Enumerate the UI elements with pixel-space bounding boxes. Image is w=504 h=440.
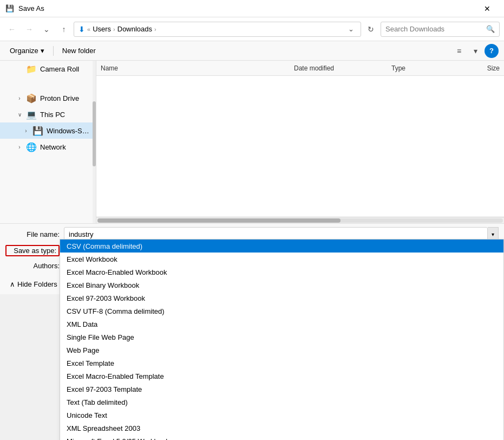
filename-label: File name: bbox=[5, 230, 60, 238]
new-folder-button[interactable]: New folder bbox=[58, 44, 100, 58]
savetype-dropdown[interactable]: CSV (Comma delimited) Excel Workbook Exc… bbox=[60, 239, 504, 440]
folder-icon: 📁 bbox=[26, 64, 37, 74]
toolbar-right: ≡ ▾ ? bbox=[452, 44, 499, 58]
bottom-panel: File name: ▾ Save as type: CSV (Comma de… bbox=[0, 223, 504, 294]
scrollbar-thumb bbox=[97, 218, 341, 223]
horizontal-scrollbar[interactable] bbox=[96, 217, 504, 223]
dropdown-item-excel-template[interactable]: Excel Template bbox=[60, 357, 503, 370]
sidebar: 📁 Camera Roll › 📦 Proton Drive ∨ 💻 This … bbox=[0, 61, 96, 223]
dropdown-item-web-page[interactable]: Web Page bbox=[60, 344, 503, 357]
breadcrumb-arrow2: › bbox=[154, 26, 156, 33]
column-name[interactable]: Name bbox=[101, 64, 294, 72]
file-area: Name Date modified Type Size bbox=[96, 61, 504, 223]
chevron-right-icon: › bbox=[16, 95, 23, 101]
sidebar-spacer bbox=[0, 77, 96, 90]
window-icon: 💾 bbox=[5, 4, 14, 13]
savetype-label: Save as type: bbox=[5, 245, 60, 256]
new-folder-label: New folder bbox=[62, 47, 96, 55]
breadcrumb[interactable]: ⬇ « Users › Downloads › ⌄ bbox=[74, 22, 361, 37]
back-button[interactable]: ← bbox=[4, 22, 19, 37]
toolbar-separator bbox=[53, 46, 54, 56]
chevron-down-icon: ∨ bbox=[16, 111, 23, 118]
file-content[interactable] bbox=[96, 76, 504, 217]
toolbar: Organize ▾ New folder ≡ ▾ ? bbox=[0, 41, 504, 61]
refresh-button[interactable]: ↻ bbox=[363, 22, 378, 37]
view-options-button[interactable]: ≡ bbox=[452, 44, 466, 58]
breadcrumb-arrow1: › bbox=[113, 26, 115, 33]
breadcrumb-sep1: « bbox=[87, 26, 90, 33]
nav-bar: ← → ⌄ ↑ ⬇ « Users › Downloads › ⌄ ↻ 🔍 bbox=[0, 17, 504, 41]
organize-button[interactable]: Organize ▾ bbox=[5, 44, 49, 58]
search-icon: 🔍 bbox=[486, 25, 495, 33]
sidebar-item-network[interactable]: › 🌐 Network bbox=[0, 139, 96, 155]
recent-locations-button[interactable]: ⌄ bbox=[39, 22, 54, 37]
close-button[interactable]: ✕ bbox=[475, 0, 500, 17]
view-arrow-button[interactable]: ▾ bbox=[468, 44, 482, 58]
search-box: 🔍 bbox=[381, 22, 500, 37]
breadcrumb-download-icon: ⬇ bbox=[78, 25, 85, 34]
organize-chevron-icon: ▾ bbox=[41, 47, 44, 55]
proton-drive-icon: 📦 bbox=[26, 93, 37, 103]
dropdown-item-csv-comma-top[interactable]: CSV (Comma delimited) bbox=[60, 240, 503, 253]
breadcrumb-downloads[interactable]: Downloads bbox=[117, 25, 152, 33]
dropdown-item-excel-binary[interactable]: Excel Binary Workbook bbox=[60, 279, 503, 292]
chevron-right-icon: › bbox=[16, 144, 23, 150]
chevron-right-icon: › bbox=[23, 127, 29, 134]
hide-folders-button[interactable]: ∧ Hide Folders bbox=[5, 278, 62, 290]
chevron-icon bbox=[16, 66, 23, 72]
network-icon: 🌐 bbox=[26, 142, 37, 152]
dropdown-item-csv-utf8[interactable]: CSV UTF-8 (Comma delimited) bbox=[60, 305, 503, 318]
dropdown-item-excel-macro-template[interactable]: Excel Macro-Enabled Template bbox=[60, 370, 503, 383]
up-button[interactable]: ↑ bbox=[56, 22, 71, 37]
sidebar-scrollbar-thumb bbox=[93, 101, 96, 166]
computer-icon: 💻 bbox=[26, 109, 37, 120]
sidebar-item-camera-roll[interactable]: 📁 Camera Roll bbox=[0, 61, 96, 77]
help-button[interactable]: ? bbox=[485, 44, 499, 58]
organize-label: Organize bbox=[10, 47, 38, 55]
title-bar: 💾 Save As ✕ bbox=[0, 0, 504, 17]
breadcrumb-users[interactable]: Users bbox=[93, 25, 111, 33]
sidebar-item-windows-ssd[interactable]: › 💾 Windows-SSD bbox=[0, 122, 96, 139]
search-input[interactable] bbox=[385, 25, 484, 33]
column-size[interactable]: Size bbox=[456, 64, 500, 72]
column-type[interactable]: Type bbox=[391, 64, 456, 72]
dropdown-item-excel-workbook[interactable]: Excel Workbook bbox=[60, 253, 503, 266]
dropdown-item-excel-97[interactable]: Excel 97-2003 Workbook bbox=[60, 292, 503, 305]
forward-button[interactable]: → bbox=[22, 22, 37, 37]
dropdown-item-ms-excel-50[interactable]: Microsoft Excel 5.0/95 Workbook bbox=[60, 435, 503, 440]
column-date-modified[interactable]: Date modified bbox=[294, 64, 391, 72]
authors-label: Authors: bbox=[5, 262, 60, 270]
drive-icon: 💾 bbox=[32, 126, 43, 136]
sidebar-item-this-pc[interactable]: ∨ 💻 This PC bbox=[0, 106, 96, 122]
dropdown-item-excel-macro-workbook[interactable]: Excel Macro-Enabled Workbook bbox=[60, 266, 503, 279]
file-header: Name Date modified Type Size bbox=[96, 61, 504, 76]
dropdown-item-xml-data[interactable]: XML Data bbox=[60, 318, 503, 331]
dropdown-item-excel-97-template[interactable]: Excel 97-2003 Template bbox=[60, 383, 503, 396]
dropdown-item-xml-spreadsheet[interactable]: XML Spreadsheet 2003 bbox=[60, 422, 503, 435]
dropdown-item-unicode-text[interactable]: Unicode Text bbox=[60, 409, 503, 422]
sidebar-item-proton-drive[interactable]: › 📦 Proton Drive bbox=[0, 90, 96, 106]
window-title: Save As bbox=[18, 4, 44, 12]
sidebar-scrollbar[interactable] bbox=[93, 61, 96, 223]
scrollbar-track bbox=[97, 218, 503, 223]
dropdown-item-text-tab[interactable]: Text (Tab delimited) bbox=[60, 396, 503, 409]
main-layout: 📁 Camera Roll › 📦 Proton Drive ∨ 💻 This … bbox=[0, 61, 504, 223]
title-bar-left: 💾 Save As bbox=[5, 4, 44, 13]
dropdown-item-single-web[interactable]: Single File Web Page bbox=[60, 331, 503, 344]
hide-folders-label: Hide Folders bbox=[17, 280, 57, 288]
breadcrumb-expand-button[interactable]: ⌄ bbox=[345, 24, 356, 35]
hide-folders-chevron-icon: ∧ bbox=[10, 280, 15, 288]
